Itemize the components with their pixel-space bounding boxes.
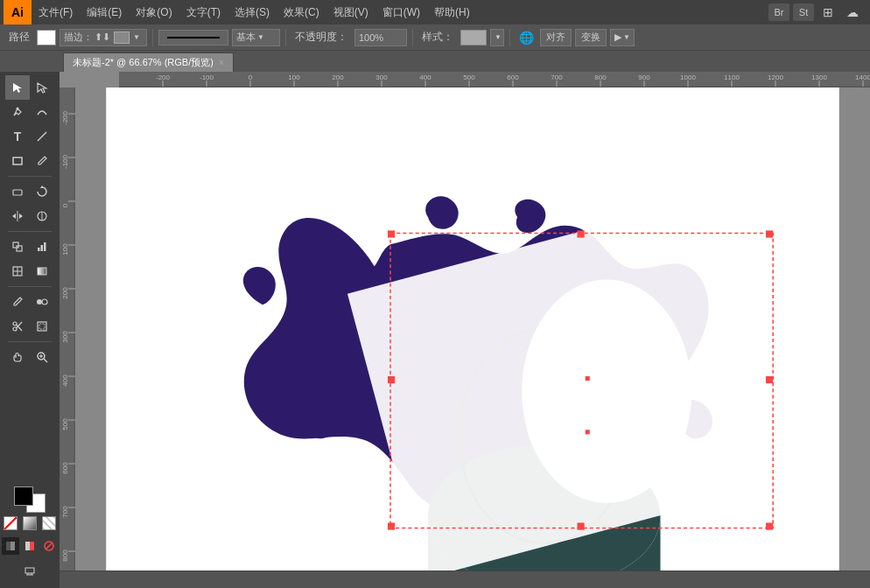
svg-text:700: 700: [551, 74, 563, 81]
align-btn[interactable]: 对齐: [540, 29, 572, 46]
rotate-tool[interactable]: [30, 179, 54, 204]
stroke-type-arrow: ▼: [257, 33, 264, 41]
menu-window[interactable]: 窗口(W): [375, 0, 427, 24]
sep2: [285, 29, 286, 46]
color-area: [2, 481, 58, 584]
tool-row-hand: [0, 345, 60, 369]
tab-title: 未标题-2* @ 66.67% (RGB/预览): [73, 56, 214, 69]
svg-rect-114: [388, 376, 395, 383]
menu-bar: 文件(F) 编辑(E) 对象(O) 文字(T) 选择(S) 效果(C) 视图(V…: [32, 0, 768, 24]
svg-rect-13: [17, 246, 22, 251]
toolbox: T: [0, 72, 60, 588]
stroke-type-dropdown[interactable]: 基本 ▼: [232, 29, 280, 46]
canvas-area[interactable]: -200 -100 0 100 200 300 400 500 600 700: [60, 72, 870, 588]
svg-rect-109: [586, 430, 590, 434]
tool-sep-1: [8, 176, 52, 177]
svg-marker-8: [12, 214, 16, 219]
more-arrow: ▼: [623, 33, 630, 41]
eraser-tool[interactable]: [5, 179, 30, 204]
graph-tool[interactable]: [30, 234, 54, 259]
svg-point-107: [522, 280, 691, 503]
svg-text:-100: -100: [61, 154, 69, 169]
menu-effect[interactable]: 效果(C): [277, 0, 326, 24]
change-screen-btn[interactable]: [21, 562, 39, 579]
menu-edit[interactable]: 编辑(E): [80, 0, 129, 24]
style-dropdown[interactable]: ▼: [490, 29, 504, 46]
svg-text:800: 800: [594, 74, 607, 81]
menu-view[interactable]: 视图(V): [326, 0, 375, 24]
gradient-swatch[interactable]: [23, 516, 37, 530]
svg-text:0: 0: [249, 74, 253, 81]
pen-tool[interactable]: [5, 100, 30, 124]
menu-text[interactable]: 文字(T): [179, 0, 228, 24]
svg-text:500: 500: [61, 418, 69, 430]
line-tool[interactable]: [30, 124, 54, 149]
svg-rect-115: [766, 376, 773, 383]
svg-text:400: 400: [61, 374, 69, 387]
svg-rect-16: [44, 242, 46, 251]
style-arrow: ▼: [495, 33, 502, 41]
color-none-swatch[interactable]: [4, 516, 18, 530]
rect-tool[interactable]: [5, 149, 30, 173]
svg-line-30: [44, 359, 47, 362]
menu-help[interactable]: 帮助(H): [427, 0, 477, 24]
view-mode-btn1[interactable]: [2, 537, 19, 555]
eyedropper-tool[interactable]: [5, 290, 30, 314]
bridge-icon[interactable]: Br: [768, 4, 789, 21]
stroke-preview[interactable]: [158, 30, 228, 46]
tool-row-mirror: [0, 204, 60, 228]
document-tab[interactable]: 未标题-2* @ 66.67% (RGB/预览) ×: [63, 52, 234, 72]
curvature-tool[interactable]: [30, 100, 54, 124]
stock-icon[interactable]: St: [793, 4, 814, 21]
svg-text:-200: -200: [156, 74, 171, 81]
cloud-icon[interactable]: ☁: [842, 4, 863, 21]
main-area: T: [0, 72, 870, 588]
hand-tool[interactable]: [5, 345, 30, 369]
view-mode-btn2[interactable]: [21, 537, 39, 555]
svg-text:200: 200: [332, 74, 344, 81]
scissors-tool[interactable]: [5, 314, 30, 339]
svg-text:700: 700: [61, 506, 69, 518]
blend-tool[interactable]: [30, 290, 54, 314]
svg-rect-113: [766, 230, 773, 237]
artwork-svg: [75, 88, 870, 588]
fill-swatch[interactable]: [37, 30, 56, 46]
selection-tool[interactable]: [5, 75, 30, 100]
view-mode-btn3[interactable]: [40, 537, 58, 555]
opacity-label: 不透明度：: [291, 30, 351, 45]
opacity-value: 100%: [359, 32, 383, 43]
stroke-arrow: ▼: [133, 33, 140, 41]
foreground-swatch[interactable]: [14, 486, 33, 506]
svg-rect-36: [30, 542, 34, 550]
warp-tool[interactable]: [30, 204, 54, 228]
menu-file[interactable]: 文件(F): [32, 0, 80, 24]
web-icon[interactable]: 🌐: [516, 29, 537, 46]
menu-object[interactable]: 对象(O): [129, 0, 179, 24]
type-tool[interactable]: T: [5, 124, 30, 149]
tab-close-btn[interactable]: ×: [219, 58, 224, 67]
mesh-tool[interactable]: [5, 259, 30, 284]
pattern-swatch[interactable]: [42, 516, 56, 530]
ruler-left: -200 -100 0 100 200 300 400 500 600 700: [60, 88, 75, 588]
svg-rect-4: [13, 158, 22, 164]
direct-selection-tool[interactable]: [30, 75, 54, 100]
svg-rect-15: [41, 245, 44, 251]
svg-text:1000: 1000: [680, 74, 696, 81]
tool-row-pen: [0, 100, 60, 124]
more-dropdown[interactable]: ▶ ▼: [610, 29, 635, 46]
style-swatch[interactable]: [460, 30, 487, 46]
pencil-tool[interactable]: [30, 149, 54, 173]
svg-text:-100: -100: [200, 74, 214, 81]
stroke-dropdown[interactable]: 描边： ⬆⬇ ▼: [60, 29, 147, 46]
tool-row-scale: [0, 234, 60, 259]
ruler-left-svg: -200 -100 0 100 200 300 400 500 600 700: [60, 88, 75, 588]
gradient-tool[interactable]: [30, 259, 54, 284]
transform-btn[interactable]: 变换: [575, 29, 607, 46]
artboard-tool[interactable]: [30, 314, 54, 339]
scale-tool[interactable]: [5, 234, 30, 259]
opacity-input[interactable]: 100%: [354, 29, 407, 46]
zoom-tool[interactable]: [30, 345, 54, 369]
grid-icon[interactable]: ⊞: [817, 4, 838, 21]
mirror-tool[interactable]: [5, 204, 30, 228]
menu-select[interactable]: 选择(S): [228, 0, 277, 24]
